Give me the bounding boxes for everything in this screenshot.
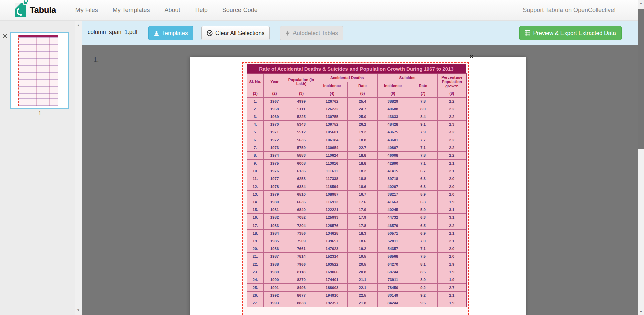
autodetect-tables-button: Autodetect Tables xyxy=(280,26,343,40)
nav-item-my-templates[interactable]: My Templates xyxy=(105,3,157,17)
nav-item-about[interactable]: About xyxy=(157,3,188,17)
templates-button-label: Templates xyxy=(162,30,188,37)
page-thumbnail[interactable] xyxy=(10,32,69,109)
clear-all-selections-label: Clear All Selections xyxy=(215,30,264,37)
document-canvas: 1. Rate of Accidental Deaths & Suicides … xyxy=(82,45,638,315)
thumbnail-selection-preview xyxy=(18,35,58,106)
nav-item-help[interactable]: Help xyxy=(188,3,215,17)
table-selection-rect[interactable] xyxy=(242,62,469,315)
window-scrollbar[interactable]: ▲ ▼ xyxy=(638,0,644,315)
nav-links: My Files My Templates About Help Source … xyxy=(68,3,265,17)
pdf-filename: column_span_1.pdf xyxy=(88,29,137,36)
page-thumbnail-sidebar: ✕ 1 xyxy=(0,21,75,315)
preview-export-button[interactable]: Preview & Export Extracted Data xyxy=(519,26,622,40)
sidebar-scroll-up-icon[interactable]: ▲ xyxy=(75,23,82,28)
nav-item-source-code[interactable]: Source Code xyxy=(215,3,265,17)
scroll-up-icon[interactable]: ▲ xyxy=(638,1,644,6)
lock-icon xyxy=(23,1,28,5)
toolbar: column_span_1.pdf Templates Clear All Se… xyxy=(82,21,638,45)
sidebar-scroll-down-icon[interactable]: ▼ xyxy=(75,308,82,313)
thumbnail-page-number: 1 xyxy=(10,111,69,117)
support-link[interactable]: Support Tabula on OpenCollective! xyxy=(523,7,616,14)
lightning-bolt-icon xyxy=(285,30,290,36)
autodetect-tables-label: Autodetect Tables xyxy=(293,30,338,37)
table-grid-icon xyxy=(525,30,530,36)
selection-close-icon[interactable]: ✕ xyxy=(469,54,474,59)
canvas-page-number: 1. xyxy=(93,56,99,64)
circle-x-icon xyxy=(207,30,213,36)
templates-button[interactable]: Templates xyxy=(148,26,193,40)
tabula-pdf-logo-icon xyxy=(15,3,26,17)
brand-name: Tabula xyxy=(30,5,56,15)
top-navbar: Tabula My Files My Templates About Help … xyxy=(0,0,638,21)
preview-export-label: Preview & Export Extracted Data xyxy=(533,30,616,37)
templates-stamp-icon xyxy=(154,30,159,36)
pdf-page[interactable]: Rate of Accidental Deaths & Suicides and… xyxy=(190,57,526,315)
remove-page-icon[interactable]: ✕ xyxy=(2,33,8,39)
sidebar-scrollbar[interactable]: ▲ ▼ xyxy=(75,21,82,315)
scrollbar-thumb[interactable] xyxy=(638,9,644,149)
clear-all-selections-button[interactable]: Clear All Selections xyxy=(201,26,270,40)
scroll-down-icon[interactable]: ▼ xyxy=(638,309,644,314)
tabula-brand[interactable]: Tabula xyxy=(15,3,56,17)
nav-item-my-files[interactable]: My Files xyxy=(68,3,105,17)
